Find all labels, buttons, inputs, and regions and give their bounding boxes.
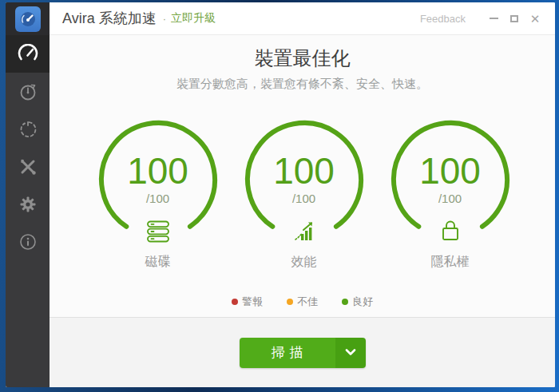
gauge-score: 100 (244, 152, 365, 189)
maximize-button[interactable] (504, 10, 525, 27)
gauge-score-max: /100 (244, 192, 365, 205)
avira-app-logo (15, 6, 41, 32)
close-button[interactable]: ✕ (525, 10, 545, 27)
page-subtitle: 裝置分數愈高，裝置愈有條不紊、安全、快速。 (50, 77, 555, 92)
upgrade-now-link[interactable]: 立即升級 (171, 11, 216, 26)
sidebar-item-settings[interactable] (6, 185, 50, 223)
titlebar-controls: Feedback ✕ (420, 10, 545, 27)
chevron-down-icon (345, 349, 356, 356)
title-separator: · (163, 13, 166, 25)
tools-icon (18, 157, 38, 176)
boot-optimizer-icon (18, 119, 38, 140)
legend-item-poor: 不佳 (287, 295, 318, 309)
app-window: Avira 系統加速 · 立即升級 Feedback ✕ 裝置最佳化 裝置分數愈… (6, 2, 555, 387)
sidebar-item-boot-optimizer[interactable] (6, 110, 50, 148)
footer-bar: 掃描 (50, 317, 555, 387)
maximize-icon (510, 15, 518, 22)
lock-icon (439, 219, 462, 243)
gauge-score: 100 (390, 152, 511, 189)
gauge-label-performance: 效能 (231, 254, 377, 271)
legend-item-good: 良好 (342, 295, 373, 309)
poor-dot-icon (287, 299, 293, 305)
info-icon (18, 232, 38, 251)
scan-button[interactable]: 掃描 (240, 338, 335, 368)
app-title: Avira 系統加速 (62, 9, 157, 28)
legend-label-good: 良好 (352, 295, 373, 309)
title-bar: Avira 系統加速 · 立即升級 Feedback ✕ (50, 2, 555, 35)
legend-label-poor: 不佳 (297, 295, 318, 309)
sidebar-item-optimization[interactable] (6, 35, 50, 73)
timer-icon (18, 81, 38, 102)
good-dot-icon (342, 299, 348, 305)
content-area: 裝置最佳化 裝置分數愈高，裝置愈有條不紊、安全、快速。 100 /100 (50, 35, 555, 317)
gauge-label-privacy: 隱私權 (377, 254, 523, 271)
minimize-icon (490, 18, 498, 19)
speedometer-icon (18, 44, 38, 65)
main-panel: Avira 系統加速 · 立即升級 Feedback ✕ 裝置最佳化 裝置分數愈… (50, 2, 555, 387)
sidebar-header (6, 2, 50, 35)
scan-options-dropdown[interactable] (335, 338, 366, 368)
gauge-dial: 100 /100 (97, 119, 219, 240)
gauge-score-max: /100 (97, 192, 219, 205)
legend-label-alert: 警報 (242, 295, 263, 309)
minimize-button[interactable] (483, 10, 504, 27)
gauge-score-max: /100 (390, 192, 511, 205)
sidebar-item-tools[interactable] (6, 148, 50, 185)
score-legend: 警報 不佳 良好 (50, 295, 555, 309)
gear-icon (18, 195, 38, 214)
page-title: 裝置最佳化 (50, 46, 555, 71)
legend-item-alert: 警報 (232, 295, 263, 309)
window-frame: Avira 系統加速 · 立即升級 Feedback ✕ 裝置最佳化 裝置分數愈… (0, 0, 559, 392)
performance-icon (292, 220, 316, 243)
sidebar-item-info[interactable] (6, 223, 50, 260)
gauges-row: 100 /100 磁碟 (50, 92, 555, 271)
alert-dot-icon (232, 299, 238, 305)
gauge-score: 100 (97, 152, 219, 189)
gauge-label-disk: 磁碟 (85, 254, 231, 271)
gauge-dial: 100 /100 (390, 119, 511, 240)
disk-icon (146, 220, 170, 243)
scan-button-group: 掃描 (240, 338, 366, 368)
gauge-dial: 100 /100 (244, 119, 365, 240)
sidebar (6, 2, 50, 387)
sidebar-item-speedup[interactable] (6, 73, 50, 110)
gauge-disk[interactable]: 100 /100 磁碟 (85, 119, 231, 271)
feedback-link[interactable]: Feedback (420, 13, 466, 25)
speedometer-logo-icon (19, 10, 37, 28)
gauge-performance[interactable]: 100 /100 (231, 119, 377, 271)
gauge-privacy[interactable]: 100 /100 隱私權 (377, 119, 523, 271)
